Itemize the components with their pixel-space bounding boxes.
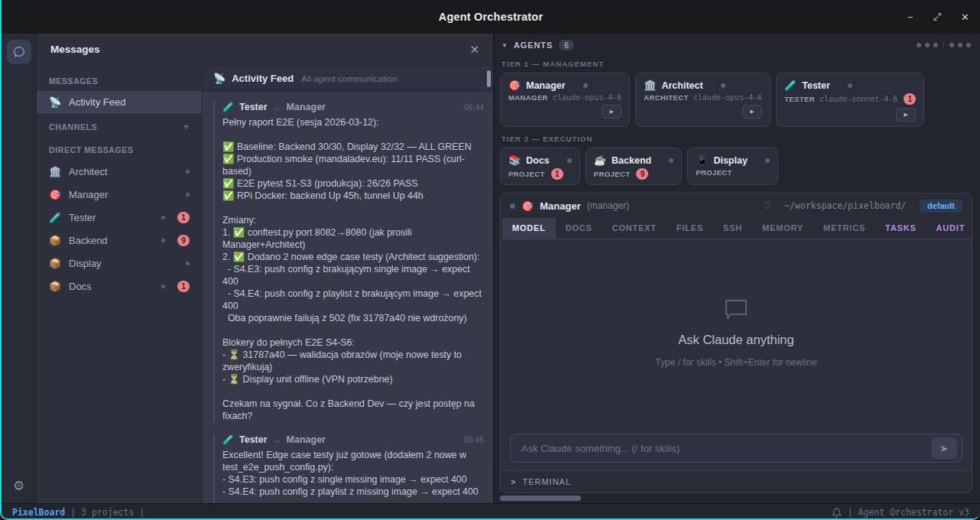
add-channel-icon[interactable]: + — [183, 121, 190, 132]
tier2-label: TIER 2 — EXECUTION — [500, 127, 972, 148]
maximize-icon[interactable]: ⤢ — [933, 11, 941, 23]
feed-scroll-area[interactable]: 🧪 Tester → Manager 06:44 Pełny raport E2… — [203, 92, 493, 503]
tab-context[interactable]: CONTEXT — [602, 218, 667, 239]
package-icon: 📦 — [49, 258, 61, 269]
scrollbar-thumb[interactable] — [500, 496, 581, 501]
speech-bubble-icon — [724, 299, 748, 320]
books-icon: 📚 — [508, 154, 521, 166]
settings-gear-icon[interactable]: ⚙ — [13, 478, 24, 494]
workspace-path: ~/workspace/pixelboard/ — [784, 200, 906, 211]
messages-close-icon[interactable]: ✕ — [469, 43, 479, 57]
unread-badge: 1 — [177, 281, 190, 292]
agent-name: Manager — [540, 200, 580, 212]
activity-feed-header: 📡 Activity Feed All agent communication — [203, 66, 493, 92]
tab-memory[interactable]: MEMORY — [752, 218, 813, 239]
feed-subtitle: All agent communication — [301, 74, 397, 83]
tier1-cards: 🎯 Manager MANAGER claude-opus-4-6 ▶ — [500, 73, 972, 127]
message-body: Excellent! Edge case testy już gotowe (d… — [222, 449, 484, 503]
tab-metrics[interactable]: METRICS — [813, 218, 875, 239]
message-sender: Tester — [239, 434, 268, 445]
play-button[interactable]: ▶ — [602, 105, 621, 119]
test-tube-icon: 🧪 — [222, 434, 234, 445]
arrow-right-icon: → — [273, 435, 281, 444]
sidebar-item-manager[interactable]: 🎯 Manager — [37, 183, 202, 206]
mobile-phone-icon: 📱 — [696, 154, 708, 166]
satellite-icon: 📡 — [213, 73, 226, 84]
activity-feed: 📡 Activity Feed All agent communication … — [203, 66, 493, 503]
agent-card-manager[interactable]: 🎯 Manager MANAGER claude-opus-4-6 ▶ — [500, 73, 630, 127]
message-body: Pełny raport E2E (sesja 2026-03-12): ✅ B… — [222, 116, 484, 422]
heart-icon[interactable]: ♡ — [763, 200, 771, 211]
agent-card-tester[interactable]: 🧪 Tester TESTER claude-sonnet-4-6 1 ▶ — [776, 73, 924, 127]
agent-role: (manager) — [587, 200, 629, 211]
agent-card-display[interactable]: 📱 Display PROJECT — [687, 148, 778, 185]
unread-badge: 1 — [551, 168, 563, 180]
horizontal-scrollbar — [500, 496, 972, 502]
classical-building-icon: 🏛️ — [49, 166, 61, 177]
presence-dot — [161, 284, 165, 288]
bell-icon[interactable] — [832, 507, 842, 518]
empty-state-title: Ask Claude anything — [678, 333, 793, 347]
tab-ssh[interactable]: SSH — [713, 218, 752, 239]
package-icon: 📦 — [49, 235, 61, 246]
sidebar-item-tester[interactable]: 🧪 Tester 1 — [37, 206, 202, 229]
coffee-icon: ☕ — [594, 154, 606, 166]
status-dot — [925, 43, 930, 47]
agent-card-architect[interactable]: 🏛️ Architect ARCHITECT claude-opus-4-6 ▶ — [635, 73, 771, 127]
presence-dot — [161, 216, 165, 219]
close-icon[interactable]: ✕ — [961, 11, 969, 23]
chat-bubble-icon — [12, 45, 26, 59]
agents-count-badge: 6 — [559, 40, 574, 50]
message-sender: Tester — [239, 102, 268, 112]
tab-model[interactable]: MODEL — [502, 218, 556, 239]
sidebar-item-architect[interactable]: 🏛️ Architect — [37, 160, 202, 183]
agent-card-docs[interactable]: 📚 Docs PROJECT 1 — [500, 148, 580, 185]
messages-sidebar: MESSAGES 📡 Activity Feed CHANNELS + DIRE… — [37, 66, 203, 503]
tab-docs[interactable]: DOCS — [556, 218, 602, 239]
sidebar-item-label: Activity Feed — [69, 96, 125, 108]
play-button[interactable]: ▶ — [742, 105, 762, 119]
test-tube-icon: 🧪 — [784, 80, 797, 91]
message-recipient: Manager — [287, 434, 326, 445]
unread-badge: 9 — [636, 168, 648, 180]
status-dot — [583, 83, 588, 88]
status-dot — [917, 43, 921, 47]
sidebar-item-activity-feed[interactable]: 📡 Activity Feed — [37, 91, 202, 113]
send-button[interactable]: ➤ — [931, 437, 957, 459]
status-dot — [669, 158, 673, 163]
app-name: PixelBoard — [12, 507, 65, 518]
sidebar-item-display[interactable]: 📦 Display — [37, 252, 202, 275]
sidebar-item-backend[interactable]: 📦 Backend 9 — [37, 229, 202, 252]
messages-rail-button[interactable] — [7, 40, 31, 64]
chevron-down-icon[interactable]: ▼ — [501, 42, 508, 49]
sidebar-item-docs[interactable]: 📦 Docs 1 — [37, 275, 202, 297]
scrollbar-thumb[interactable] — [487, 70, 491, 87]
target-icon: 🎯 — [521, 200, 534, 212]
terminal-toggle[interactable]: > TERMINAL — [501, 470, 972, 492]
unread-badge: 9 — [177, 235, 190, 246]
messages-panel-title: Messages — [50, 44, 469, 55]
status-dot — [933, 43, 938, 47]
agents-label: AGENTS — [514, 41, 553, 50]
divider — [943, 41, 944, 49]
message-timestamp: 06:45 — [464, 435, 484, 444]
branch-badge[interactable]: default — [920, 200, 962, 213]
test-tube-icon: 🧪 — [222, 102, 234, 112]
tab-files[interactable]: FILES — [667, 218, 713, 239]
projects-count: | 3 projects | — [70, 507, 144, 518]
tab-audit[interactable]: AUDIT — [926, 218, 972, 239]
chat-input[interactable] — [521, 443, 931, 454]
tab-tasks[interactable]: TASKS — [875, 218, 926, 239]
status-dot — [721, 83, 725, 88]
agent-card-backend[interactable]: ☕ Backend PROJECT 9 — [586, 148, 682, 185]
target-icon: 🎯 — [508, 80, 521, 91]
target-icon: 🎯 — [49, 189, 61, 200]
test-tube-icon: 🧪 — [49, 212, 61, 223]
minimize-icon[interactable]: − — [907, 11, 913, 23]
status-bar: PixelBoard | 3 projects | | Agent Orches… — [2, 503, 980, 520]
messages-panel: Messages ✕ MESSAGES 📡 Activity Feed CHAN… — [37, 34, 495, 503]
message-timestamp: 06:44 — [464, 102, 484, 112]
send-icon: ➤ — [940, 443, 949, 454]
feed-title: Activity Feed — [232, 73, 294, 84]
play-button[interactable]: ▶ — [896, 108, 916, 122]
